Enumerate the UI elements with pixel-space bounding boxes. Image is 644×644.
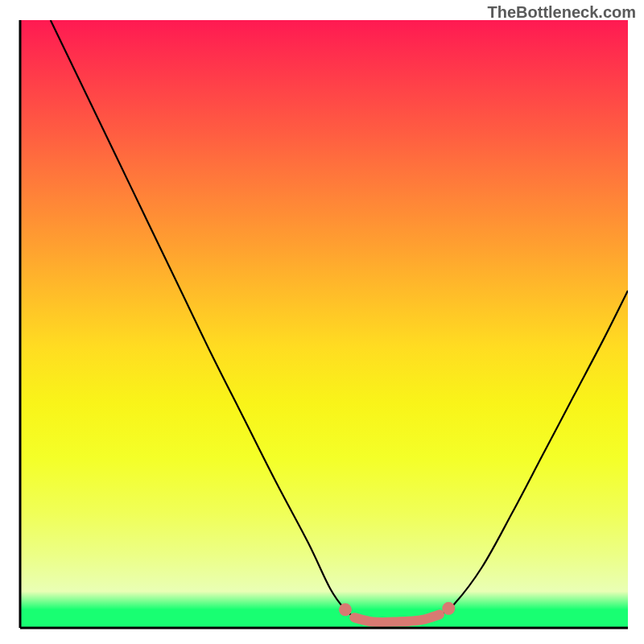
chart-axes — [0, 0, 644, 644]
attribution-text: TheBottleneck.com — [488, 3, 636, 22]
